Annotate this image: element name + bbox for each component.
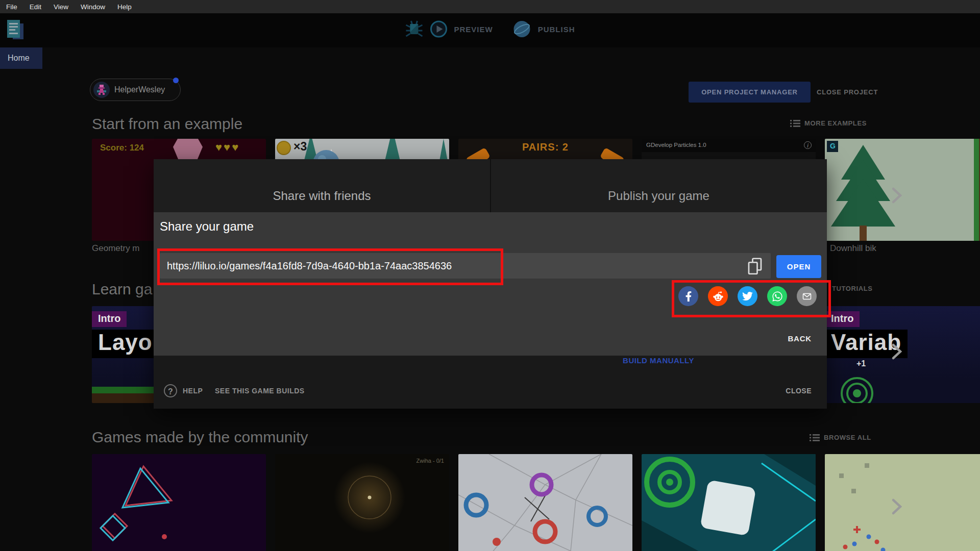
copy-icon[interactable] xyxy=(746,257,764,275)
open-project-manager-button[interactable]: OPEN PROJECT MANAGER xyxy=(689,82,811,103)
share-dialog-title: Share your game xyxy=(160,219,254,234)
menu-edit[interactable]: Edit xyxy=(30,3,41,11)
examples-section-title: Start from an example xyxy=(92,115,242,133)
g-badge: G xyxy=(830,142,836,150)
examples-next-chevron[interactable] xyxy=(890,187,903,204)
more-examples-button[interactable]: MORE EXAMPLES xyxy=(790,119,867,127)
tab-home[interactable]: Home xyxy=(0,47,42,69)
score-label: Score: 124 xyxy=(100,143,144,153)
tab-publish-your-game[interactable]: Publish your game xyxy=(491,189,827,203)
info-icon[interactable]: i xyxy=(804,141,812,149)
learn-next-chevron[interactable] xyxy=(890,343,903,360)
list-icon xyxy=(810,434,820,441)
tutorials-label: TUTORIALS xyxy=(832,285,873,292)
tutorials-button[interactable]: TUTORIALS xyxy=(832,285,873,292)
pairs-label: PAIRS: 2 xyxy=(458,141,632,153)
open-game-button[interactable]: OPEN xyxy=(776,255,821,278)
community-section-title: Games made by the community xyxy=(92,429,308,446)
close-dialog-button[interactable]: CLOSE xyxy=(761,387,812,395)
community-card-3[interactable] xyxy=(458,454,632,551)
preview-play-icon[interactable] xyxy=(429,20,448,38)
menu-window[interactable]: Window xyxy=(81,3,105,11)
user-chip[interactable]: HelperWesley xyxy=(90,79,181,101)
tab-share-with-friends[interactable]: Share with friends xyxy=(154,189,490,203)
community-art-4 xyxy=(642,454,816,551)
more-examples-label: MORE EXAMPLES xyxy=(804,119,867,127)
intro-badge: Intro xyxy=(92,311,127,327)
project-manager-icon[interactable] xyxy=(5,19,26,42)
example-label-downhill: Downhill bik xyxy=(830,243,876,254)
example-label-geometry: Geometry m xyxy=(92,243,140,254)
learn-section-title: Learn ga xyxy=(92,281,152,298)
community-art-3 xyxy=(458,454,632,551)
app-window: File Edit View Window Help PREVIEW xyxy=(0,0,980,551)
community-card-2[interactable]: Zwiha - 0/1 xyxy=(275,454,449,551)
publish-globe-icon[interactable] xyxy=(512,19,532,39)
particles-caption: GDevelop Particles 1.0 xyxy=(646,142,706,148)
tab-divider xyxy=(490,159,491,212)
rings-art xyxy=(834,370,890,403)
browse-all-button[interactable]: BROWSE ALL xyxy=(810,434,871,441)
list-icon xyxy=(790,120,800,127)
community-art-2 xyxy=(275,454,449,551)
username-label: HelperWesley xyxy=(114,85,165,94)
debug-icon[interactable] xyxy=(405,18,423,40)
community-card-2-caption: Zwiha - 0/1 xyxy=(416,458,444,464)
hearts-display: ♥♥♥ xyxy=(215,141,240,154)
preview-button[interactable]: PREVIEW xyxy=(454,25,493,34)
annotation-box-social xyxy=(672,280,831,317)
user-avatar xyxy=(93,82,110,98)
browse-all-label: BROWSE ALL xyxy=(824,434,871,441)
help-button[interactable]: HELP xyxy=(183,387,203,395)
community-art-1 xyxy=(92,454,266,551)
notification-dot xyxy=(173,78,179,83)
community-card-4[interactable] xyxy=(642,454,816,551)
menu-help[interactable]: Help xyxy=(117,3,132,11)
toolbar-center: PREVIEW PUBLISH xyxy=(405,18,575,40)
see-game-builds-button[interactable]: SEE THIS GAME BUILDS xyxy=(215,387,305,395)
publish-button[interactable]: PUBLISH xyxy=(538,25,575,34)
menu-view[interactable]: View xyxy=(54,3,68,11)
close-project-button[interactable]: CLOSE PROJECT xyxy=(817,82,878,103)
community-card-1[interactable] xyxy=(92,454,266,551)
build-manually-button[interactable]: BUILD MANUALLY xyxy=(582,356,735,365)
menu-file[interactable]: File xyxy=(6,3,17,11)
menu-bar: File Edit View Window Help xyxy=(0,0,980,13)
annotation-box-url xyxy=(157,248,503,285)
community-next-chevron[interactable] xyxy=(890,498,903,515)
coin-multiplier-label: ×3 xyxy=(293,140,307,154)
help-icon[interactable]: ? xyxy=(164,384,177,397)
back-button[interactable]: BACK xyxy=(750,334,812,343)
plus-one-label: +1 xyxy=(856,359,866,368)
